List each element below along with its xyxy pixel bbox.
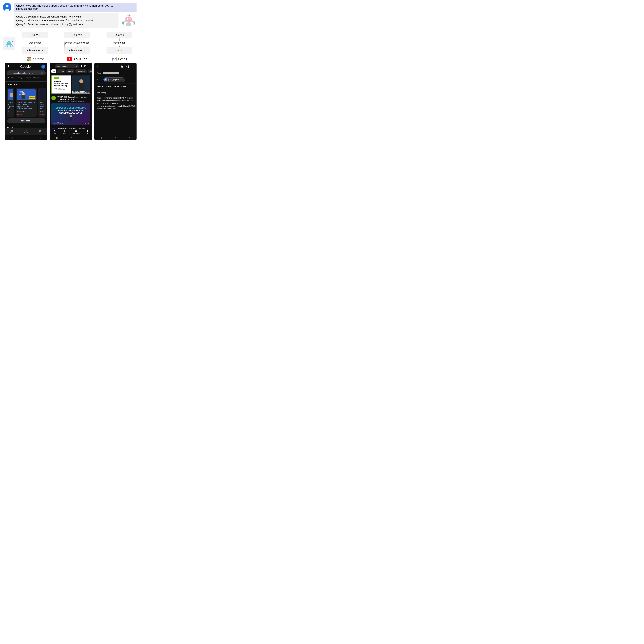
tab-all[interactable]: All (7, 77, 9, 80)
nav-search[interactable]: Search (24, 129, 28, 134)
svg-rect-20 (12, 41, 13, 42)
svg-point-14 (7, 41, 11, 45)
android-back-icon-gmail[interactable]: ⟨ (129, 137, 130, 139)
top-stories-heading: Top stories (7, 83, 18, 86)
yt-v1-time: 7 p.m. Taiwan Time (54, 89, 70, 90)
svg-rect-43 (75, 130, 77, 131)
attach-icon[interactable] (121, 65, 123, 68)
action-1-label: web search (28, 41, 42, 44)
android-home-icon-yt[interactable]: ○ (71, 137, 72, 139)
yt-v2-more-icon[interactable]: ⋮ (88, 96, 90, 102)
yt-nav-you[interactable]: You (86, 130, 89, 134)
android-back-icon-yt[interactable]: ⟨ (85, 137, 85, 139)
yt-video-2[interactable]: NVIDIA CEO Jensen Huang Keynote at COMPU… (50, 95, 92, 126)
chrome-screenshot: Google O All News Images Videos Shopping… (5, 63, 47, 140)
yt-chip-watched[interactable]: Watc (88, 69, 92, 73)
from-value-redacted[interactable] (103, 72, 119, 74)
nav-home[interactable]: Home (10, 129, 14, 134)
yt-back-icon[interactable]: ← (52, 65, 53, 67)
yt-nav-subs[interactable]: Subscriptions (73, 130, 79, 134)
android-home-icon[interactable]: ○ (26, 137, 27, 139)
user-avatar-icon (3, 3, 12, 12)
agent-mascot-icon: ♪ (3, 37, 15, 50)
story-3-source: Tim (42, 114, 44, 115)
story-1-title: ensen s OpenAI a (8, 101, 13, 110)
recipient-email: jimmy@gmail.com (108, 79, 123, 81)
more-icon[interactable]: ⋮ (43, 83, 45, 86)
android-recents-icon[interactable]: ||| (12, 137, 13, 139)
android-home-icon-gmail[interactable]: ○ (115, 137, 116, 139)
connector-1-2a (45, 50, 64, 50)
observation-2-box: Observation 2 (64, 47, 91, 54)
yt-video-1[interactable]: NVIDIA Keynote by NVIDIA CEO Jensen Huan… (51, 75, 90, 94)
yt-cast-icon[interactable] (84, 65, 86, 67)
recipient-chip[interactable]: jimmy@gmail.com (103, 77, 125, 82)
youtube-logo: YouTube (60, 56, 95, 62)
expand-recipients-icon[interactable]: ⌵ (133, 79, 134, 81)
yt-clear-icon[interactable]: ✕ (76, 65, 78, 67)
lens-icon[interactable] (41, 72, 44, 74)
tab-shopping[interactable]: Shopping (33, 77, 40, 80)
svg-text:的生 工智: 的生 工智 (19, 94, 24, 95)
yt-v2-thumbnail: NVIDIA CEO JENSEN HUANG FULL KEYNOTE AT … (51, 103, 90, 125)
yt-v2-thumb-line2: FULL KEYNOTE AT 2024 (58, 109, 84, 112)
flow-column-1: Query 1 web search Observation 1 (18, 32, 52, 54)
android-recents-icon-gmail[interactable]: ||| (101, 137, 102, 139)
story-card-3[interactable]: Jense 'Taylo NVID Huan 19 hou Tim (38, 88, 46, 117)
story-2-title: How Jensen Huang built NVIDIA into an AI… (17, 101, 36, 110)
android-recents-icon-yt[interactable]: ||| (56, 137, 58, 139)
labs-flask-icon[interactable] (7, 65, 10, 68)
yt-chip-all[interactable]: All (51, 69, 56, 73)
yt-chip-shorts[interactable]: Shorts (57, 69, 65, 73)
email-subject[interactable]: News and videos of Jensen Huang (94, 83, 137, 89)
times-source-icon (40, 114, 41, 115)
svg-rect-42 (75, 131, 77, 132)
query-1-box: Query 1 (22, 32, 48, 38)
yt-search-bar[interactable]: jensen huang... ✕ (55, 64, 79, 68)
action-3-label: send email (113, 41, 126, 44)
svg-rect-44 (76, 130, 77, 130)
tab-news[interactable]: News (11, 77, 16, 80)
story-1-thumb (8, 89, 13, 100)
search-input[interactable] (12, 72, 37, 74)
svg-rect-7 (122, 22, 124, 24)
story-2-thumb: INDICATORACK 平台的生 工智 (17, 89, 36, 100)
story-2-time: 8 hours ago (17, 111, 36, 112)
body-greeting: Dear Jimmy: (96, 91, 134, 94)
yt-chip-videos[interactable]: Videos (66, 69, 75, 73)
svg-point-5 (127, 19, 128, 19)
yt-more-icon[interactable]: ⋮ (88, 65, 90, 68)
android-back-icon[interactable]: ⟨ (40, 137, 41, 139)
yt-v2-thumb-line3: GTC AI CONFERENCE (59, 112, 83, 114)
yt-v1-duration: 1:49:19 (84, 91, 90, 93)
account-avatar[interactable]: O (41, 65, 45, 69)
mic-icon[interactable] (38, 72, 40, 74)
gmail-more-icon[interactable]: ⋮ (132, 65, 134, 68)
yt-shorts-icon (63, 130, 66, 132)
tab-more[interactable]: Fo (43, 77, 44, 80)
to-label: To (96, 79, 102, 81)
yt-nav-shorts[interactable]: Shorts (63, 130, 66, 134)
output-box: Output (107, 47, 132, 54)
svg-rect-9 (126, 23, 131, 26)
yt-chip-unwatched[interactable]: Unwatched (75, 69, 87, 73)
svg-rect-41 (70, 117, 72, 121)
gmail-back-icon[interactable]: ← (96, 65, 99, 68)
more-news-button[interactable]: More news › (7, 118, 45, 123)
nav-saved[interactable]: Saved (38, 129, 42, 134)
story-card-1[interactable]: ensen s OpenAI a er (7, 88, 14, 117)
yt-nav-home[interactable]: Home (53, 130, 56, 134)
email-body[interactable]: Dear Jimmy: Semiconductor chip designer … (94, 89, 137, 112)
send-icon[interactable] (126, 65, 129, 68)
yt-mic-icon[interactable] (81, 65, 83, 67)
youtube-screenshot: ← jensen huang... ✕ ⋮ All Shorts Videos … (50, 63, 92, 140)
tab-videos[interactable]: Videos (26, 77, 31, 80)
tab-images[interactable]: Images (18, 77, 23, 80)
gmail-label: Gmail (118, 57, 127, 61)
yt-v1-thumbnail: Jensen Huang Founder and CEO, NVIDIA 1:4… (72, 75, 90, 94)
svg-point-6 (130, 19, 130, 19)
gmail-logo: Gmail (102, 56, 137, 62)
story-card-2[interactable]: INDICATORACK 平台的生 工智 How Jensen Huang bu… (16, 88, 37, 117)
user-prompt-text: Check news and find videos about Jensen … (14, 3, 137, 12)
search-bar[interactable] (7, 70, 46, 75)
